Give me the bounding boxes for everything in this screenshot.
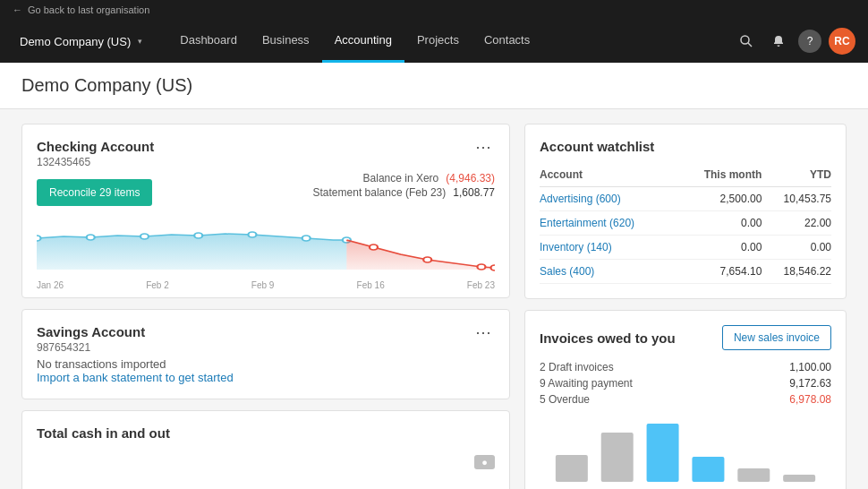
checking-left: Reconcile 29 items bbox=[37, 172, 302, 213]
nav-item-accounting[interactable]: Accounting bbox=[322, 20, 404, 63]
watchlist-ytd: 22.00 bbox=[762, 211, 831, 236]
chart-label-0: Jan 26 bbox=[37, 280, 64, 290]
import-bank-link[interactable]: Import a bank statement to get started bbox=[37, 371, 234, 384]
statement-balance-row: Statement balance (Feb 23) 1,608.77 bbox=[313, 186, 495, 199]
account-watchlist-card: Account watchlist Account This month YTD… bbox=[524, 124, 847, 299]
reconcile-button[interactable]: Reconcile 29 items bbox=[37, 179, 152, 206]
chart-labels: Jan 26 Feb 2 Feb 9 Feb 16 Feb 23 bbox=[37, 280, 495, 290]
search-button[interactable] bbox=[734, 29, 759, 54]
watchlist-row: Entertainment (620) 0.00 22.00 bbox=[540, 211, 831, 236]
svg-point-0 bbox=[741, 36, 749, 44]
awaiting-amount: 9,172.63 bbox=[789, 377, 831, 390]
watchlist-ytd: 0.00 bbox=[762, 236, 831, 260]
overdue-row: 5 Overdue 6,978.08 bbox=[540, 393, 831, 406]
checking-account-card: Checking Account 132435465 ⋯ Reconcile 2… bbox=[21, 124, 510, 298]
back-arrow-icon: ← bbox=[13, 4, 22, 15]
watchlist-col-this-month: This month bbox=[677, 165, 762, 187]
bar-chart-bar[interactable] bbox=[783, 475, 815, 482]
bar-chart-bar[interactable] bbox=[601, 433, 634, 482]
savings-title-group: Savings Account 987654321 bbox=[37, 324, 145, 354]
right-column: Account watchlist Account This month YTD… bbox=[524, 124, 847, 489]
svg-point-2 bbox=[37, 236, 41, 241]
no-transactions-label: No transactions imported bbox=[37, 357, 495, 371]
back-label: Go back to last organisation bbox=[28, 4, 149, 15]
main-nav: Demo Company (US) ▾ Dashboard Business A… bbox=[0, 20, 868, 63]
svg-point-4 bbox=[140, 234, 149, 239]
total-cash-area: ● bbox=[37, 444, 495, 480]
watchlist-ytd: 10,453.75 bbox=[762, 187, 831, 211]
overdue-label: 5 Overdue bbox=[540, 393, 590, 406]
svg-point-7 bbox=[302, 236, 311, 241]
savings-account-number: 987654321 bbox=[37, 341, 145, 354]
invoices-header: Invoices owed to you New sales invoice bbox=[540, 325, 831, 350]
left-column: Checking Account 132435465 ⋯ Reconcile 2… bbox=[21, 124, 510, 489]
svg-point-6 bbox=[248, 232, 256, 237]
svg-point-9 bbox=[370, 244, 378, 250]
statement-label: Statement balance (Feb 23) bbox=[313, 186, 447, 199]
watchlist-thead: Account This month YTD bbox=[540, 165, 831, 187]
company-dropdown-icon: ▾ bbox=[138, 37, 142, 46]
svg-point-11 bbox=[477, 264, 485, 270]
checking-card-header: Checking Account 132435465 ⋯ bbox=[37, 139, 495, 168]
svg-line-1 bbox=[748, 43, 752, 47]
nav-item-business[interactable]: Business bbox=[250, 20, 322, 63]
watchlist-account-name[interactable]: Entertainment (620) bbox=[540, 211, 677, 236]
company-logo[interactable]: Demo Company (US) ▾ bbox=[13, 31, 149, 52]
chart-label-2: Feb 9 bbox=[251, 280, 275, 290]
total-cash-indicator: ● bbox=[474, 455, 495, 469]
watchlist-row: Advertising (600) 2,500.00 10,453.75 bbox=[540, 187, 831, 211]
watchlist-this-month: 0.00 bbox=[677, 236, 762, 260]
savings-account-title: Savings Account bbox=[37, 324, 145, 339]
avatar-initials: RC bbox=[834, 35, 849, 47]
draft-invoices-row: 2 Draft invoices 1,100.00 bbox=[540, 361, 831, 373]
awaiting-label: 9 Awaiting payment bbox=[540, 377, 633, 390]
bar-chart-bar[interactable] bbox=[737, 468, 770, 482]
nav-item-contacts[interactable]: Contacts bbox=[472, 20, 542, 63]
balance-in-xero-row: Balance in Xero (4,946.33) bbox=[363, 172, 495, 184]
watchlist-account-name[interactable]: Sales (400) bbox=[540, 260, 677, 284]
bar-chart-bar[interactable] bbox=[692, 457, 724, 482]
svg-point-12 bbox=[490, 265, 495, 270]
watchlist-this-month: 7,654.10 bbox=[677, 260, 762, 284]
watchlist-this-month: 0.00 bbox=[677, 211, 762, 236]
user-avatar[interactable]: RC bbox=[829, 28, 855, 55]
statement-amount: 1,608.77 bbox=[453, 186, 495, 199]
company-name: Demo Company (US) bbox=[20, 35, 131, 48]
nav-item-projects[interactable]: Projects bbox=[404, 20, 472, 63]
nav-item-dashboard[interactable]: Dashboard bbox=[167, 20, 250, 63]
overdue-amount: 6,978.08 bbox=[789, 393, 831, 406]
invoice-stats: 2 Draft invoices 1,100.00 9 Awaiting pay… bbox=[540, 361, 831, 406]
savings-account-card: Savings Account 987654321 ⋯ No transacti… bbox=[21, 309, 510, 399]
checking-manage-button[interactable]: ⋯ bbox=[472, 139, 495, 155]
balance-info: Balance in Xero (4,946.33) Statement bal… bbox=[313, 172, 495, 199]
watchlist-table: Account This month YTD Advertising (600)… bbox=[540, 165, 831, 284]
page-header: Demo Company (US) bbox=[0, 63, 868, 109]
savings-manage-button[interactable]: ⋯ bbox=[472, 324, 495, 340]
invoices-owed-card: Invoices owed to you New sales invoice 2… bbox=[524, 310, 847, 489]
checking-title-group: Checking Account 132435465 bbox=[37, 139, 154, 168]
no-transactions-section: No transactions imported Import a bank s… bbox=[37, 357, 495, 384]
page-title: Demo Company (US) bbox=[21, 75, 847, 96]
watchlist-tbody: Advertising (600) 2,500.00 10,453.75 Ent… bbox=[540, 187, 831, 284]
invoices-title: Invoices owed to you bbox=[540, 330, 676, 346]
chart-label-1: Feb 2 bbox=[146, 280, 169, 290]
new-invoice-button[interactable]: New sales invoice bbox=[722, 325, 831, 350]
help-button[interactable]: ? bbox=[798, 30, 821, 53]
balance-amount: (4,946.33) bbox=[446, 172, 495, 184]
watchlist-title: Account watchlist bbox=[540, 139, 831, 154]
watchlist-account-name[interactable]: Advertising (600) bbox=[540, 187, 677, 211]
indicator-icon: ● bbox=[481, 457, 488, 468]
watchlist-header-row: Account This month YTD bbox=[540, 165, 831, 187]
watchlist-account-name[interactable]: Inventory (140) bbox=[540, 236, 677, 260]
notification-button[interactable] bbox=[766, 29, 791, 54]
top-banner[interactable]: ← Go back to last organisation bbox=[0, 0, 868, 20]
bar-chart-bar[interactable] bbox=[556, 455, 588, 482]
search-icon bbox=[739, 34, 753, 48]
watchlist-row: Sales (400) 7,654.10 18,546.22 bbox=[540, 260, 831, 284]
bar-chart-bar[interactable] bbox=[647, 424, 679, 482]
watchlist-col-account: Account bbox=[540, 165, 677, 187]
help-icon: ? bbox=[807, 35, 813, 47]
chart-label-3: Feb 16 bbox=[357, 280, 385, 290]
checking-content-row: Reconcile 29 items Balance in Xero (4,94… bbox=[37, 172, 495, 213]
nav-items: Dashboard Business Accounting Projects C… bbox=[167, 20, 734, 63]
